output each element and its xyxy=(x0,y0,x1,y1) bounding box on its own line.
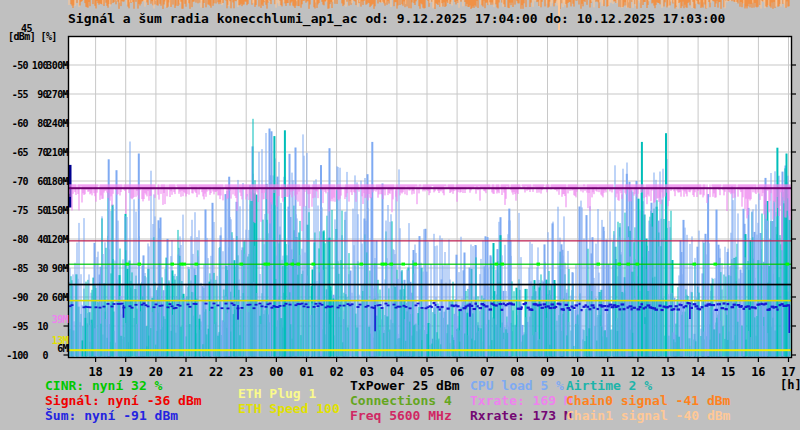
dbm-tick: -70 xyxy=(12,176,28,187)
mbit-tick: 180M xyxy=(46,176,68,187)
mbit-tick: 210M xyxy=(46,147,68,158)
legend-item-airtime_text: Airtime 2 % xyxy=(566,379,652,392)
hour-tick-label: 10 xyxy=(570,366,584,378)
hour-tick-label: 06 xyxy=(450,366,464,378)
legend-item-cpu: CPU load 5 % xyxy=(470,379,564,392)
hour-tick-label: 09 xyxy=(540,366,554,378)
hour-tick-label: 17 xyxy=(781,366,795,378)
dbm-tick: -55 xyxy=(12,89,28,100)
hour-tick-label: 11 xyxy=(601,366,615,378)
hour-tick-label: 07 xyxy=(480,366,494,378)
mbit-tick: 240M xyxy=(46,118,68,129)
hour-tick-label: 14 xyxy=(691,366,705,378)
hour-tick-label: 01 xyxy=(299,366,313,378)
hour-tick-label: 18 xyxy=(88,366,102,378)
extra-mbit-tick: 6M xyxy=(57,344,68,354)
legend-item-eth_speed: ETH Speed 100 xyxy=(238,402,340,415)
signal-noise-graph-page: Signál a šum radia konecchlumi_ap1_ac od… xyxy=(0,0,800,430)
hour-tick-label: 16 xyxy=(751,366,765,378)
dbm-tick: -50 xyxy=(12,60,28,71)
legend-item-chain0: Chain0 signal -41 dBm xyxy=(566,394,730,407)
mbit-tick: 90M xyxy=(52,263,68,274)
hour-tick-label: 15 xyxy=(721,366,735,378)
legend-item-txrate: Txrate: 169 M xyxy=(470,394,572,407)
hour-tick-label: 21 xyxy=(179,366,193,378)
dbm-tick: -80 xyxy=(12,234,28,245)
hour-tick-label: 23 xyxy=(239,366,253,378)
legend-item-eth_plug: ETH Plug 1 xyxy=(238,387,316,400)
legend-item-noise: Šum: nyní -91 dBm xyxy=(45,409,178,422)
dbm-tick: -60 xyxy=(12,118,28,129)
hour-tick-label: 04 xyxy=(390,366,404,378)
hour-tick-label: 02 xyxy=(329,366,343,378)
extra-mbit-tick: 39M xyxy=(52,315,68,325)
legend-item-cinr: CINR: nyní 32 % xyxy=(45,379,162,392)
legend-item-signal: Signál: nyní -36 dBm xyxy=(45,394,202,407)
dbm-tick: -100 xyxy=(6,350,28,361)
hour-tick-label: 20 xyxy=(149,366,163,378)
hour-tick-label: 19 xyxy=(119,366,133,378)
dbm-tick: -90 xyxy=(12,292,28,303)
mbit-tick: 150M xyxy=(46,205,68,216)
hour-tick-label: 08 xyxy=(510,366,524,378)
legend-item-connections: Connections 4 xyxy=(350,394,452,407)
mbit-tick: 120M xyxy=(46,234,68,245)
hour-tick-label: 22 xyxy=(209,366,223,378)
hour-tick-label: 12 xyxy=(631,366,645,378)
mbit-tick: 60M xyxy=(52,292,68,303)
percent-tick: 30 xyxy=(37,263,48,274)
mbit-tick: 300M xyxy=(46,60,68,71)
left-axis-header: [dBm] [%] xyxy=(8,32,57,42)
legend-item-chain1: Chain1 signal -40 dBm xyxy=(566,409,730,422)
hour-tick-label: 05 xyxy=(420,366,434,378)
percent-tick: 10 xyxy=(37,321,48,332)
hour-tick-label: 00 xyxy=(269,366,283,378)
page-title: Signál a šum radia konecchlumi_ap1_ac od… xyxy=(68,12,725,25)
dbm-tick: -75 xyxy=(12,205,28,216)
percent-tick: 0 xyxy=(43,350,48,361)
legend-item-freq: Freq 5600 MHz xyxy=(350,409,452,422)
hour-tick-label: 13 xyxy=(661,366,675,378)
dbm-tick: -85 xyxy=(12,263,28,274)
hour-tick-label: 03 xyxy=(360,366,374,378)
dbm-tick: -95 xyxy=(12,321,28,332)
dbm-tick: -65 xyxy=(12,147,28,158)
percent-tick: 20 xyxy=(37,292,48,303)
legend-item-txpower: TxPower 25 dBm xyxy=(350,379,460,392)
mbit-tick: 270M xyxy=(46,89,68,100)
legend-item-rxrate: Rxrate: 173 M xyxy=(470,409,572,422)
x-axis-unit-label: [h] xyxy=(780,379,800,391)
